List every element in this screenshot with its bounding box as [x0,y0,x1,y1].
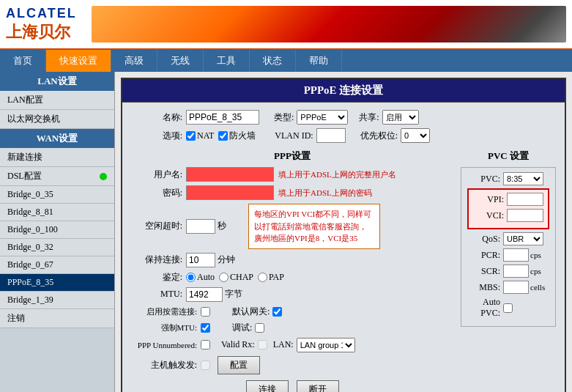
debug-checkbox[interactable] [255,323,264,333]
pcr-input[interactable] [503,248,529,262]
pvc-select[interactable]: 8:35 [503,172,543,185]
priority-label: 优先权位: [360,130,398,142]
sidebar-item-bridge-8-81[interactable]: Bridge_8_81 [0,204,114,221]
scr-unit: cps [530,267,541,275]
firewall-label: 防火墙 [229,130,256,142]
auto-pvc-checkbox[interactable] [503,303,513,313]
auth-pap-label[interactable]: PAP [258,272,284,283]
name-label: 名称: [131,111,182,124]
navigation: 首页 快速设置 高级 无线 工具 状态 帮助 [0,50,572,72]
chinese-brand: 上海贝尔 [6,21,70,43]
auth-chap-text: CHAP [230,272,253,283]
config-button[interactable]: 配置 [218,356,260,374]
forcemtu-row: 强制MTU: 调试: [131,322,453,334]
default-gw-checkbox[interactable] [272,307,282,317]
nat-checkbox[interactable] [186,131,196,141]
nav-item-quick[interactable]: 快速设置 [46,50,111,72]
auth-auto-radio[interactable] [186,273,196,282]
vlan-input[interactable] [316,128,346,143]
password-label: 密码: [131,187,182,199]
pvc-section: PVC 设置 PVC: 8:35 VPI: [461,147,556,392]
sidebar-item-ethernet-switch[interactable]: 以太网交换机 [0,110,114,129]
sidebar-section-lan: LAN设置 [0,72,114,91]
mbs-label: MBS: [467,282,500,293]
nav-item-home[interactable]: 首页 [0,50,46,72]
username-input[interactable] [186,167,274,182]
vpi-input[interactable] [507,193,543,206]
name-input[interactable] [186,110,259,125]
auth-auto-label[interactable]: Auto [186,272,215,283]
idle-input[interactable] [186,219,215,234]
username-label: 用户名: [131,169,182,181]
nav-item-wireless[interactable]: 无线 [157,50,204,72]
ppp-section: PPP设置 用户名: 填上用于ADSL上网的完整用户名 密码: 填上用于ADSL… [131,147,453,392]
ppp-unnumbered-checkbox[interactable] [201,340,210,350]
qos-label: QoS: [467,234,500,245]
connect-row: 连接 断开 [131,380,453,393]
auth-row: 鉴定: Auto CHAP PAP [131,271,453,284]
username-hint: 填上用于ADSL上网的完整用户名 [278,169,396,180]
ppp-section-header: PPP设置 [131,149,453,163]
qos-select[interactable]: UBR [503,232,543,245]
password-hint: 填上用于ADSL上网的密码 [278,188,372,199]
pvc-label: PVC: [467,174,500,185]
host-trigger-checkbox[interactable] [201,360,210,370]
priority-select[interactable]: 0 [401,128,430,143]
pcr-row: PCR: cps [467,248,549,262]
sidebar-item-bridge-0-35[interactable]: Bridge_0_35 [0,186,114,204]
ondemand-checkbox[interactable] [201,307,210,317]
pcr-label: PCR: [467,250,500,261]
idle-unit: 秒 [218,220,226,232]
lan-select[interactable]: LAN group 1 [297,338,355,352]
scr-input[interactable] [503,265,529,278]
valid-rx-checkbox[interactable] [258,340,267,350]
sidebar-item-lan-config[interactable]: LAN配置 [0,91,114,110]
valid-rx-label: Valid Rx: [221,339,255,350]
share-select[interactable]: 启用 [382,110,419,125]
ppp-unnumbered-row: PPP Unnumbered: Valid Rx: LAN: LAN group… [131,338,453,352]
mbs-unit: cells [530,283,545,292]
type-select[interactable]: PPPoE [297,110,348,125]
password-input[interactable] [186,185,274,200]
ppp-unnumbered-label: PPP Unnumbered: [131,341,197,350]
firewall-checkbox-label[interactable]: 防火墙 [218,130,256,142]
auto-pvc-label: Auto PVC: [467,297,500,319]
keepalive-row: 保持连接: 分钟 [131,253,453,267]
nat-checkbox-label[interactable]: NAT [186,130,214,141]
mbs-input[interactable] [503,281,529,294]
sidebar-item-bridge-0-67[interactable]: Bridge_0_67 [0,256,114,274]
sidebar-item-bridge-0-100[interactable]: Bridge_0_100 [0,221,114,239]
sidebar-item-dsl-config[interactable]: DSL配置 [0,167,114,186]
scr-label: SCR: [467,266,500,277]
auth-pap-text: PAP [269,272,284,283]
auth-chap-radio[interactable] [219,273,229,282]
mtu-row: MTU: 字节 [131,287,453,302]
share-label: 共享: [359,111,379,124]
sidebar-item-bridge-0-32[interactable]: Bridge_0_32 [0,239,114,256]
force-mtu-checkbox[interactable] [201,323,210,333]
nav-item-tools[interactable]: 工具 [204,50,250,72]
mtu-input[interactable] [186,287,223,302]
nav-item-advanced[interactable]: 高级 [111,50,157,72]
lan-label: LAN: [273,339,294,350]
vpi-row: VPI: [473,193,543,206]
nav-item-status[interactable]: 状态 [250,50,296,72]
disconnect-button[interactable]: 断开 [297,380,339,393]
sidebar-item-pppoe-8-35[interactable]: PPPoE_8_35 [0,274,114,292]
two-col-layout: PPP设置 用户名: 填上用于ADSL上网的完整用户名 密码: 填上用于ADSL… [131,147,556,392]
sidebar-item-logout[interactable]: 注销 [0,309,114,328]
connect-button[interactable]: 连接 [246,380,289,393]
vci-label: VCI: [473,210,504,221]
firewall-checkbox[interactable] [218,131,228,141]
option-label: 选项: [131,130,182,142]
keep-input[interactable] [186,253,215,267]
nav-item-help[interactable]: 帮助 [296,50,342,72]
vci-input[interactable] [507,209,543,222]
header-decoration [92,6,566,42]
sidebar-item-new-connection[interactable]: 新建连接 [0,148,114,167]
sidebar-item-bridge-1-39[interactable]: Bridge_1_39 [0,292,114,309]
auth-pap-radio[interactable] [258,273,267,282]
auth-chap-label[interactable]: CHAP [219,272,253,283]
vpi-label: VPI: [473,194,504,205]
mtu-unit: 字节 [225,288,242,300]
